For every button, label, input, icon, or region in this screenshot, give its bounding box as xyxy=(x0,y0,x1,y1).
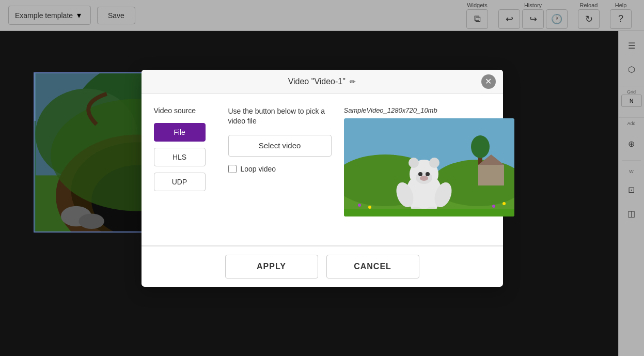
loop-video-checkbox[interactable] xyxy=(228,165,237,173)
modal-header: Video "Video-1" ✏ ✕ xyxy=(142,70,503,94)
svg-rect-34 xyxy=(344,209,514,216)
modal-body: Video source File HLS UDP Use the button… xyxy=(142,94,503,245)
modal-footer: APPLY CANCEL xyxy=(142,246,503,287)
svg-point-28 xyxy=(426,172,430,176)
modal-overlay: Video "Video-1" ✏ ✕ Video source File HL… xyxy=(0,0,644,356)
video-source-section: Video source File HLS UDP xyxy=(154,106,216,233)
loop-video-label: Loop video xyxy=(241,165,276,173)
svg-point-37 xyxy=(492,205,495,208)
cancel-button[interactable]: CANCEL xyxy=(326,255,419,278)
select-video-button[interactable]: Select video xyxy=(228,135,332,157)
hls-source-button[interactable]: HLS xyxy=(154,148,206,166)
svg-point-35 xyxy=(358,204,361,207)
file-source-button[interactable]: File xyxy=(154,123,206,142)
modal-title-text: Video "Video-1" xyxy=(288,77,345,86)
video-edit-modal: Video "Video-1" ✏ ✕ Video source File HL… xyxy=(142,70,503,287)
apply-button[interactable]: APPLY xyxy=(225,255,318,278)
video-preview-thumbnail xyxy=(344,118,514,216)
loop-video-row: Loop video xyxy=(228,165,332,173)
svg-point-29 xyxy=(420,176,428,181)
instructions-line2: video file xyxy=(228,117,257,125)
modal-close-button[interactable]: ✕ xyxy=(481,74,496,89)
edit-icon: ✏ xyxy=(350,78,356,86)
svg-point-38 xyxy=(502,202,506,205)
svg-point-19 xyxy=(471,135,490,158)
video-filename: SampleVideo_1280x720_10mb xyxy=(344,106,491,114)
video-file-section: Use the button below to pick a video fil… xyxy=(228,106,332,233)
svg-point-36 xyxy=(368,206,371,209)
instructions-line1: Use the button below to pick a xyxy=(228,107,325,115)
svg-point-25 xyxy=(429,158,439,168)
svg-point-27 xyxy=(418,172,422,176)
svg-point-24 xyxy=(409,158,419,168)
video-source-label: Video source xyxy=(154,106,216,115)
svg-rect-20 xyxy=(478,165,504,185)
modal-title: Video "Video-1" ✏ xyxy=(288,77,356,86)
video-preview-section: SampleVideo_1280x720_10mb xyxy=(344,106,491,233)
instructions-text: Use the button below to pick a video fil… xyxy=(228,106,332,127)
udp-source-button[interactable]: UDP xyxy=(154,173,206,191)
preview-svg xyxy=(344,118,514,216)
